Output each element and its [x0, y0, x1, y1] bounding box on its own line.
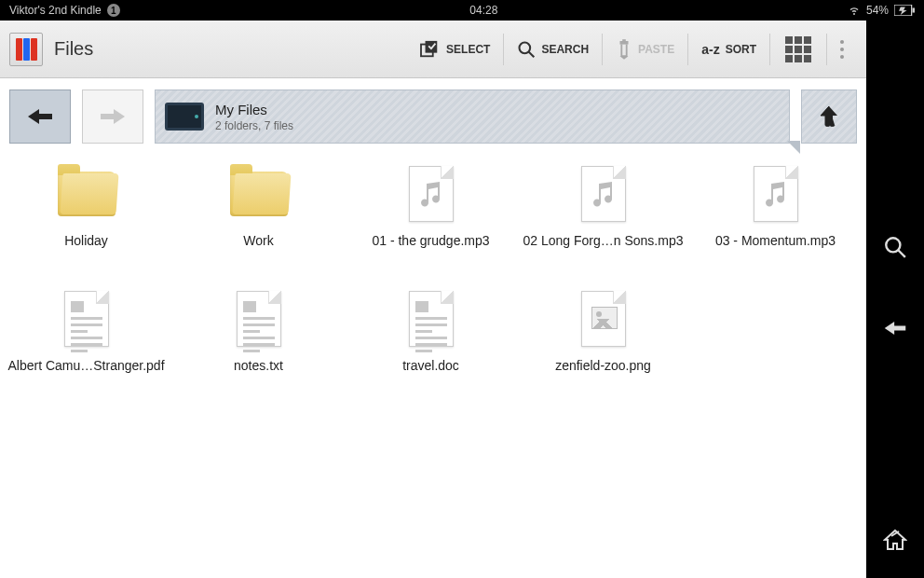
- status-bar: Viktor's 2nd Kindle 1 04:28 54%: [0, 0, 924, 21]
- sort-button[interactable]: a-z SORT: [688, 30, 769, 69]
- document-file-icon: [409, 291, 454, 347]
- system-search-button[interactable]: [883, 235, 907, 263]
- svg-line-5: [529, 51, 535, 57]
- grid-icon: [785, 36, 811, 62]
- file-item[interactable]: 01 - the grudge.mp3: [345, 160, 517, 282]
- wifi-icon: [848, 5, 861, 16]
- overflow-menu-button[interactable]: [827, 30, 857, 69]
- folder-icon: [58, 172, 116, 216]
- folder-item[interactable]: Holiday: [0, 160, 172, 282]
- select-button[interactable]: SELECT: [407, 30, 503, 69]
- toolbar: Files SELECT SEARCH PASTE a-z SORT: [0, 21, 866, 78]
- app-window: Files SELECT SEARCH PASTE a-z SORT: [0, 21, 866, 578]
- battery-percent: 54%: [866, 4, 889, 17]
- file-grid: Holiday Work 01 - the grudge.mp3 02 Long…: [0, 145, 866, 406]
- paste-button: PASTE: [603, 30, 687, 69]
- file-label: 02 Long Forg…n Sons.mp3: [523, 233, 684, 248]
- system-navbar: [866, 21, 924, 578]
- file-label: Holiday: [64, 233, 108, 248]
- file-label: travel.doc: [402, 358, 459, 373]
- path-title: My Files: [215, 102, 293, 117]
- battery-icon: [894, 5, 915, 16]
- search-icon: [517, 40, 536, 59]
- device-icon: [165, 103, 204, 131]
- file-item[interactable]: Albert Camu…Stranger.pdf: [0, 285, 172, 406]
- file-item[interactable]: notes.txt: [172, 285, 345, 406]
- audio-file-icon: [581, 166, 626, 222]
- system-home-button[interactable]: [883, 529, 907, 555]
- folder-item[interactable]: Work: [172, 160, 345, 282]
- file-item[interactable]: travel.doc: [345, 285, 517, 406]
- nav-back-button[interactable]: [9, 89, 71, 144]
- clock: 04:28: [120, 4, 848, 17]
- file-label: notes.txt: [234, 358, 283, 373]
- audio-file-icon: [754, 166, 798, 222]
- file-item[interactable]: 03 - Momentum.mp3: [689, 160, 862, 282]
- audio-file-icon: [409, 166, 454, 222]
- file-item[interactable]: zenfield-zoo.png: [517, 285, 689, 406]
- arrow-left-icon: [26, 107, 54, 126]
- path-subtitle: 2 folders, 7 files: [215, 119, 293, 132]
- nav-up-button[interactable]: [801, 89, 857, 144]
- file-label: 03 - Momentum.mp3: [715, 233, 836, 248]
- device-name: Viktor's 2nd Kindle: [9, 4, 102, 17]
- paste-icon: [616, 39, 632, 60]
- document-file-icon: [237, 291, 281, 347]
- search-button[interactable]: SEARCH: [504, 30, 602, 69]
- notification-badge: 1: [107, 4, 120, 17]
- svg-line-9: [898, 250, 905, 257]
- svg-rect-7: [622, 39, 626, 42]
- sort-icon: a-z: [701, 42, 719, 57]
- file-label: Albert Camu…Stranger.pdf: [7, 358, 164, 373]
- svg-point-8: [886, 238, 900, 252]
- overflow-icon: [840, 40, 844, 59]
- select-icon: [420, 40, 441, 59]
- folder-icon: [230, 172, 288, 216]
- path-segment-current[interactable]: My Files 2 folders, 7 files: [155, 89, 790, 144]
- file-label: Work: [243, 233, 273, 248]
- app-title: Files: [54, 38, 93, 60]
- arrow-up-icon: [819, 104, 839, 129]
- back-icon: [883, 319, 907, 337]
- file-label: 01 - the grudge.mp3: [372, 233, 489, 248]
- search-icon: [883, 235, 907, 259]
- home-icon: [883, 529, 907, 551]
- nav-forward-button: [82, 89, 143, 144]
- view-grid-button[interactable]: [770, 30, 826, 69]
- path-bar: My Files 2 folders, 7 files: [0, 78, 866, 145]
- file-item[interactable]: 02 Long Forg…n Sons.mp3: [517, 160, 689, 282]
- svg-rect-1: [912, 7, 915, 12]
- system-back-button[interactable]: [883, 319, 907, 341]
- arrow-right-icon: [99, 107, 127, 126]
- image-file-icon: [581, 291, 626, 347]
- app-icon: [9, 33, 43, 66]
- document-file-icon: [64, 291, 109, 347]
- svg-rect-3: [426, 40, 438, 52]
- svg-point-4: [520, 42, 531, 53]
- file-label: zenfield-zoo.png: [555, 358, 651, 373]
